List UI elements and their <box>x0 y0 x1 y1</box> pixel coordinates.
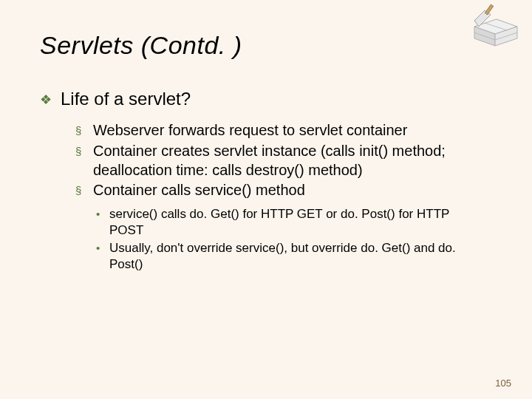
bullet-level-3-text: Usually, don't override service(), but o… <box>109 240 483 273</box>
page-number: 105 <box>495 378 511 389</box>
bullet-level-2: § Container calls service() method <box>75 181 483 200</box>
bullet-level-2-group: § Webserver forwards request to servlet … <box>75 121 483 200</box>
diamond-bullet-icon: ❖ <box>40 89 52 111</box>
bullet-level-2-text: Container calls service() method <box>93 181 305 200</box>
section-bullet-icon: § <box>75 142 86 161</box>
section-bullet-icon: § <box>75 181 86 200</box>
bullet-level-2-text: Container creates servlet instance (call… <box>93 142 483 180</box>
bullet-level-3: • Usually, don't override service(), but… <box>96 240 483 273</box>
bullet-level-2: § Webserver forwards request to servlet … <box>75 121 483 140</box>
dot-bullet-icon: • <box>96 240 103 256</box>
section-bullet-icon: § <box>75 121 86 140</box>
bullet-level-2: § Container creates servlet instance (ca… <box>75 142 483 180</box>
bullet-level-3-text: service() calls do. Get() for HTTP GET o… <box>109 206 483 239</box>
decorative-corner-graphic <box>464 0 522 47</box>
bullet-level-1-text: Life of a servlet? <box>61 89 191 109</box>
slide-body: ❖ Life of a servlet? § Webserver forward… <box>40 89 483 275</box>
bullet-level-2-text: Webserver forwards request to servlet co… <box>93 121 407 140</box>
bullet-level-3-group: • service() calls do. Get() for HTTP GET… <box>96 206 483 273</box>
svg-rect-7 <box>485 4 493 15</box>
slide: Servlets (Contd. ) ❖ Life of a servlet? … <box>0 0 532 399</box>
bullet-level-1: ❖ Life of a servlet? <box>40 89 483 111</box>
slide-title: Servlets (Contd. ) <box>40 31 242 60</box>
dot-bullet-icon: • <box>96 206 103 222</box>
bullet-level-3: • service() calls do. Get() for HTTP GET… <box>96 206 483 239</box>
